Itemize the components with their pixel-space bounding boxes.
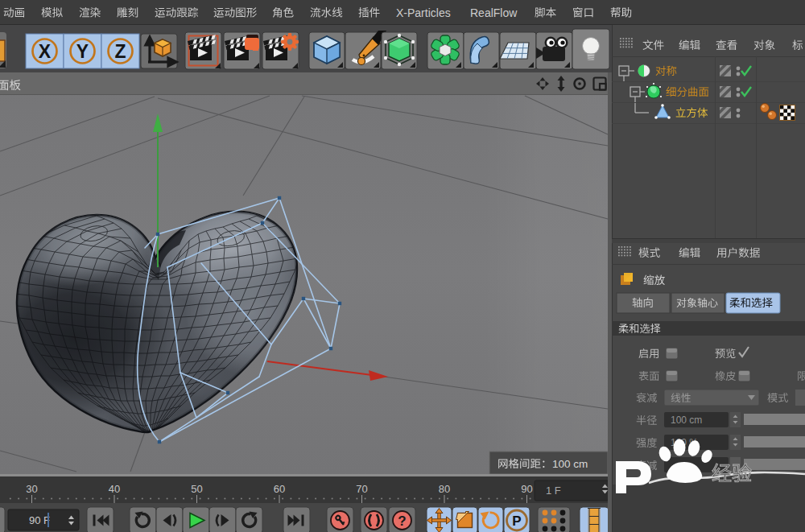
svg-text:80: 80 <box>439 483 450 495</box>
svg-text:X-Particles: X-Particles <box>396 6 451 19</box>
svg-text:70: 70 <box>356 483 367 495</box>
svg-text:100 cm: 100 cm <box>552 458 588 470</box>
svg-text:P: P <box>512 513 521 529</box>
svg-text:90: 90 <box>521 483 532 495</box>
svg-text:Z: Z <box>114 41 126 62</box>
svg-text:40: 40 <box>109 483 120 495</box>
svg-text:90 F: 90 F <box>29 514 50 526</box>
svg-text:?: ? <box>398 513 406 529</box>
svg-text:RealFlow: RealFlow <box>470 6 518 19</box>
svg-text:50: 50 <box>191 483 202 495</box>
svg-text:1 F: 1 F <box>546 485 561 497</box>
svg-text:Y: Y <box>76 41 89 62</box>
svg-text:100 cm: 100 cm <box>671 414 702 426</box>
svg-text:60: 60 <box>274 483 285 495</box>
svg-text:X: X <box>39 41 52 62</box>
svg-text:30: 30 <box>26 483 37 495</box>
